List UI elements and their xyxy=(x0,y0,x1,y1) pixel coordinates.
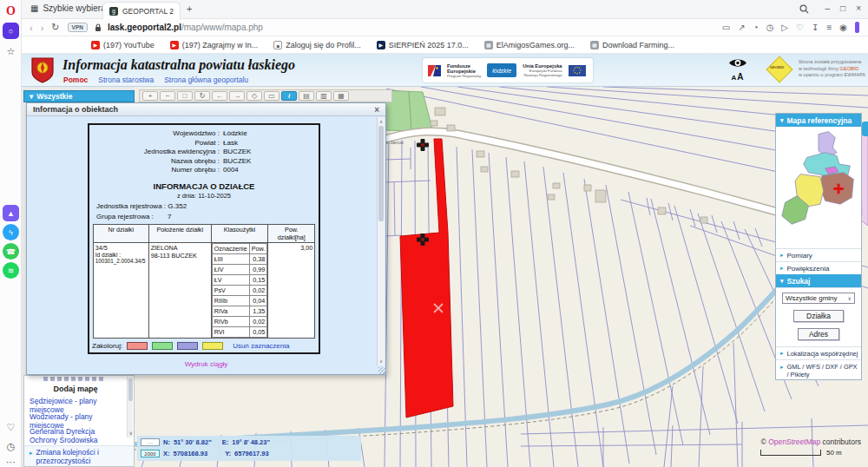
color-swatch-green[interactable] xyxy=(152,342,173,350)
heart-icon[interactable]: ♡ xyxy=(3,419,19,436)
aria-icon[interactable]: ○ xyxy=(3,23,19,39)
dialog-scrollbar-thumb[interactable] xyxy=(378,126,384,221)
url-text[interactable]: lask.geoportal2.pl/map/www/mapa.php xyxy=(108,23,263,32)
bookmark-item[interactable]: ▶SIERPIEŃ 2025 17.0... xyxy=(377,41,469,49)
rectangle-tool-icon[interactable]: ▭ xyxy=(264,91,279,101)
forward-icon[interactable]: › xyxy=(41,23,44,33)
extensions-icon[interactable]: ≡ xyxy=(826,23,832,32)
sidebar-item-powiekszenia[interactable]: ▸ Powiększenia xyxy=(776,261,861,274)
item-label: GML / WFS / DXF / GPX / Pikiety xyxy=(787,363,859,378)
bookmark-item[interactable]: ▦ElAmigosGames.org... xyxy=(484,41,575,49)
office-link[interactable]: Strona starostwa xyxy=(98,76,154,84)
scroll-up-icon[interactable]: ∧ xyxy=(378,119,385,124)
bookmark-item[interactable]: aZaloguj się do Profil... xyxy=(273,41,361,49)
profile-icon[interactable]: ◉ xyxy=(839,23,847,32)
close-window-button[interactable]: × xyxy=(856,3,861,13)
refresh-icon[interactable]: ↻ xyxy=(194,91,210,101)
more-icon[interactable]: ⋯ xyxy=(3,454,19,467)
next-view-icon[interactable]: → xyxy=(229,91,245,101)
bookmark-item[interactable]: ▶(197) Zagrajmy w In... xyxy=(170,41,259,49)
scroll-down-icon[interactable]: ∨ xyxy=(129,430,133,436)
history-icon[interactable]: ◷ xyxy=(3,438,19,455)
county-minimap[interactable] xyxy=(777,128,860,247)
geobid-note: Strona została przygotowana w technologi… xyxy=(799,59,865,79)
snapshot-icon[interactable]: ◔ xyxy=(753,23,759,32)
gmina-select[interactable]: Wszystkie gminy ∨ xyxy=(782,293,855,304)
latitude-value: 51° 30' 8.82" xyxy=(174,438,212,446)
new-tab-button[interactable]: + xyxy=(187,3,192,14)
dialog-scrollbar[interactable]: ∧ ∨ xyxy=(377,117,385,365)
county-crest xyxy=(29,56,56,84)
reorder-layers-link[interactable]: ▸ Zmiana kolejności i przezroczystości xyxy=(24,445,134,466)
sidebar-collapse-tab[interactable] xyxy=(862,122,868,136)
recent-icon[interactable]: ◷ xyxy=(766,23,774,32)
map-layer-link[interactable]: Generalna Dyrekcja Ochrony Środowiska xyxy=(30,428,123,444)
flow-icon[interactable]: ▷ xyxy=(781,23,788,32)
osm-link[interactable]: OpenStreetMap xyxy=(768,437,820,446)
gmina-select-value: Wszystkie gminy xyxy=(786,294,838,302)
font-size-toggle[interactable]: AA xyxy=(720,72,755,82)
bookmark-heart-icon[interactable]: ♡ xyxy=(796,23,804,32)
sidebar-toggle-strip[interactable] xyxy=(855,22,859,33)
reorder-label: Zmiana kolejności i przezroczystości xyxy=(36,449,134,466)
longitude-value: 19° 8' 48.23" xyxy=(232,438,270,446)
continuous-print-link[interactable]: Wydruk ciągły xyxy=(27,360,385,368)
vpn-badge[interactable]: VPN xyxy=(68,23,88,32)
prev-view-icon[interactable]: ← xyxy=(212,91,227,101)
eu-funds-flag-icon xyxy=(428,65,441,76)
print-icon[interactable]: ▦ xyxy=(333,91,349,101)
search-address-button[interactable]: Adres xyxy=(798,328,839,340)
coords-mode-box[interactable]: ··· xyxy=(141,438,160,446)
full-extent-icon[interactable]: □ xyxy=(177,91,193,101)
help-link[interactable]: Pomoc xyxy=(63,76,88,84)
tab-geoportal[interactable]: g GEOPORTAL 2 xyxy=(102,2,181,19)
sidebar-item-pomiary[interactable]: ▸ Pomiary xyxy=(776,248,861,261)
split-view-icon[interactable]: ▥ xyxy=(316,91,332,101)
bookmark-item[interactable]: ▶(197) YouTube xyxy=(91,41,155,49)
reference-map-header[interactable]: ▾ Mapa referencyjna xyxy=(776,114,861,127)
map-scale-box[interactable]: 2000 xyxy=(141,450,160,457)
color-swatch-purple[interactable] xyxy=(177,342,198,350)
opera-logo-icon[interactable]: O xyxy=(3,3,19,19)
scroll-down-icon[interactable]: ∨ xyxy=(378,358,385,364)
app-purple-icon[interactable]: ▲ xyxy=(3,205,19,221)
download-icon[interactable]: ↧ xyxy=(812,23,819,32)
search-parcel-button[interactable]: Działka xyxy=(793,310,844,322)
share-icon[interactable]: ↗ xyxy=(738,23,745,32)
info-tool-icon[interactable]: i xyxy=(281,91,297,101)
zoom-out-icon[interactable]: − xyxy=(160,91,175,101)
dialog-resize-handle[interactable] xyxy=(378,367,385,374)
select-icon[interactable]: ◇ xyxy=(247,91,262,101)
geoportal-home-link[interactable]: Strona główna geoportalu xyxy=(164,76,248,84)
arrow-right-icon: ▸ xyxy=(780,265,784,273)
reading-panel-icon[interactable]: ▭ xyxy=(722,23,730,32)
layers-icon[interactable]: ▤ xyxy=(299,91,314,101)
sidebar-item-szukaj[interactable]: ▾ Szukaj xyxy=(776,274,861,287)
whatsapp-icon[interactable]: ☎ xyxy=(3,243,19,260)
panel-scrollbar-thumb[interactable] xyxy=(128,378,133,401)
maximize-button[interactable]: □ xyxy=(840,3,845,13)
contrast-eye-icon[interactable] xyxy=(727,57,748,69)
bookmark-item[interactable]: ▦Download Farming... xyxy=(590,41,674,49)
spotify-icon[interactable]: ≋ xyxy=(3,262,19,279)
search-icon[interactable] xyxy=(799,4,809,14)
colorize-label: Zakoloruj: xyxy=(92,342,122,350)
back-icon[interactable]: ‹ xyxy=(30,23,33,33)
sidebar-item-gml-export[interactable]: ▸ GML / WFS / DXF / GPX / Pikiety xyxy=(776,359,861,379)
dialog-titlebar[interactable]: Informacja o obiektach × xyxy=(27,103,385,116)
messenger-icon[interactable]: ϟ xyxy=(3,224,19,240)
reload-icon[interactable]: ↻ xyxy=(51,22,59,33)
clipped-list-item xyxy=(43,377,104,381)
color-swatch-red[interactable] xyxy=(127,342,148,350)
sidebar-item-lokalizacja[interactable]: ▸ Lokalizacja współrzędnej xyxy=(776,346,861,359)
color-swatch-yellow[interactable] xyxy=(202,342,223,350)
allegro-icon: a xyxy=(273,41,282,49)
minimize-button[interactable]: – xyxy=(825,3,830,13)
close-icon[interactable]: × xyxy=(374,105,379,115)
header-links: Pomoc Strona starostwa Strona główna geo… xyxy=(63,76,248,84)
layer-panel-header[interactable]: ▾ Wszystkie xyxy=(23,90,135,102)
clear-selection-link[interactable]: Usuń zaznaczenia xyxy=(233,342,289,350)
tab-favicon-icon: g xyxy=(109,7,118,16)
speed-dial-star-icon[interactable]: ☆ xyxy=(3,43,19,60)
zoom-in-icon[interactable]: + xyxy=(142,91,158,101)
